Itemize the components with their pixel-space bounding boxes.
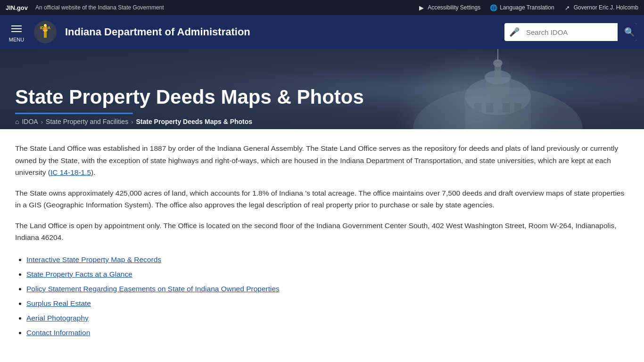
jin-logo: JIN.gov — [6, 4, 28, 11]
accessibility-icon: ▶ — [418, 4, 425, 11]
svg-point-12 — [493, 59, 503, 67]
list-item: Aerial Photography — [26, 311, 629, 325]
top-links: ▶ Accessibility Settings 🌐 Language Tran… — [418, 4, 638, 11]
language-translation-link[interactable]: 🌐 Language Translation — [490, 4, 554, 11]
hero-banner: State Property Deeds Maps & Photos ⌂ IDO… — [0, 49, 644, 129]
list-item: Policy Statement Regarding Easements on … — [26, 281, 629, 296]
search-input[interactable] — [524, 25, 618, 40]
search-area: 🎤 🔍 — [504, 23, 636, 41]
external-link-icon: ➚ — [564, 4, 571, 11]
resource-link-2[interactable]: Policy Statement Regarding Easements on … — [26, 285, 280, 293]
governor-link[interactable]: ➚ Governor Eric J. Holcomb — [564, 4, 638, 11]
menu-button[interactable]: MENU — [8, 22, 25, 42]
resource-links-list: Interactive State Property Map & Records… — [26, 252, 629, 340]
governor-label: Governor Eric J. Holcomb — [574, 4, 638, 11]
paragraph-3: The Land Office is open by appointment o… — [15, 220, 629, 244]
breadcrumb-parent[interactable]: State Property and Facilities — [46, 118, 128, 125]
site-title: Indiana Department of Administration — [65, 26, 250, 38]
breadcrumb-separator-2: › — [131, 118, 133, 125]
paragraph-1: The State Land Office was established in… — [15, 142, 629, 179]
svg-point-5 — [44, 24, 47, 27]
ic-link[interactable]: IC 14-18-1.5 — [50, 168, 91, 176]
list-item: Surplus Real Estate — [26, 296, 629, 311]
breadcrumb-current: State Property Deeds Maps & Photos — [136, 118, 252, 125]
official-text: An official website of the Indiana State… — [35, 4, 413, 11]
main-header: MENU IDOA Indiana Department of Administ… — [0, 15, 644, 49]
svg-point-10 — [485, 70, 511, 84]
accessibility-label: Accessibility Settings — [428, 4, 480, 11]
search-button[interactable]: 🔍 — [618, 23, 636, 41]
main-content: The State Land Office was established in… — [0, 129, 644, 359]
list-item: State Property Facts at a Glance — [26, 267, 629, 281]
search-mic-button[interactable]: 🎤 — [504, 27, 524, 37]
top-bar: JIN.gov An official website of the India… — [0, 0, 644, 15]
menu-label: MENU — [9, 37, 24, 42]
paragraph-2: The State owns approximately 425,000 acr… — [15, 187, 629, 211]
accessibility-settings-link[interactable]: ▶ Accessibility Settings — [418, 4, 480, 11]
globe-icon: 🌐 — [490, 4, 497, 11]
list-item: Interactive State Property Map & Records — [26, 252, 629, 267]
breadcrumb: ⌂ IDOA › State Property and Facilities ›… — [15, 114, 629, 129]
home-icon: ⌂ — [15, 118, 19, 125]
resource-link-4[interactable]: Aerial Photography — [26, 314, 89, 322]
resource-link-0[interactable]: Interactive State Property Map & Records — [26, 255, 161, 263]
hamburger-icon — [8, 22, 25, 36]
breadcrumb-separator-1: › — [41, 118, 43, 125]
resource-link-3[interactable]: Surplus Real Estate — [26, 299, 91, 307]
resource-link-1[interactable]: State Property Facts at a Glance — [26, 270, 132, 278]
logo-area: IDOA — [33, 20, 58, 44]
page-title: State Property Deeds Maps & Photos — [15, 86, 629, 108]
svg-rect-11 — [495, 63, 501, 80]
breadcrumb-home[interactable]: IDOA — [22, 118, 38, 125]
resource-link-5[interactable]: Contact Information — [26, 329, 90, 337]
language-label: Language Translation — [500, 4, 554, 11]
list-item: Contact Information — [26, 325, 629, 340]
idoa-logo: IDOA — [33, 20, 58, 44]
